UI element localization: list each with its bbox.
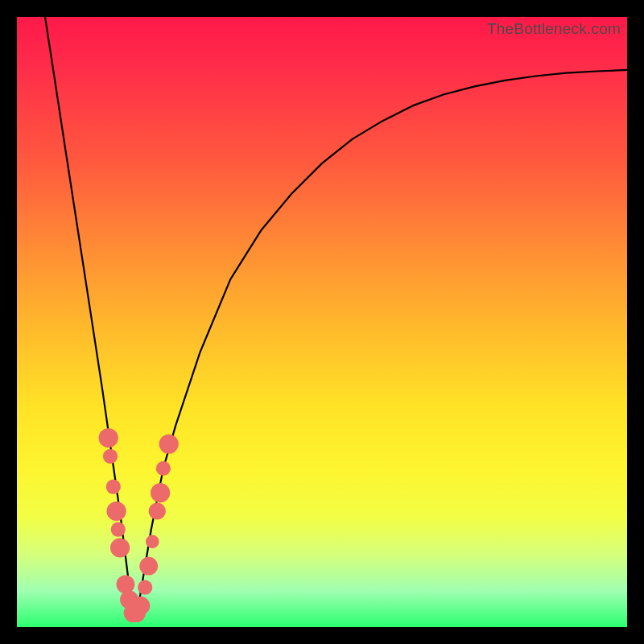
data-point-marker [149,502,166,519]
data-point-marker [146,535,159,549]
data-point-marker [110,538,130,557]
chart-plot-area: TheBottleneck.com [17,17,627,627]
data-point-marker [139,557,158,576]
data-point-marker [117,576,135,594]
data-point-marker [159,435,179,454]
data-point-marker [107,502,126,521]
data-point-marker [111,522,126,537]
data-point-marker [127,604,146,622]
data-point-marker [132,597,151,615]
data-point-marker [103,449,118,464]
data-point-marker [106,480,121,494]
data-point-marker [124,604,142,622]
bottleneck-curve [17,17,627,627]
data-point-marker [151,483,170,502]
data-point-marker [156,461,171,476]
data-point-marker [120,591,138,609]
data-point-marker [138,580,152,595]
data-point-marker [99,428,118,448]
watermark-text: TheBottleneck.com [487,20,621,38]
